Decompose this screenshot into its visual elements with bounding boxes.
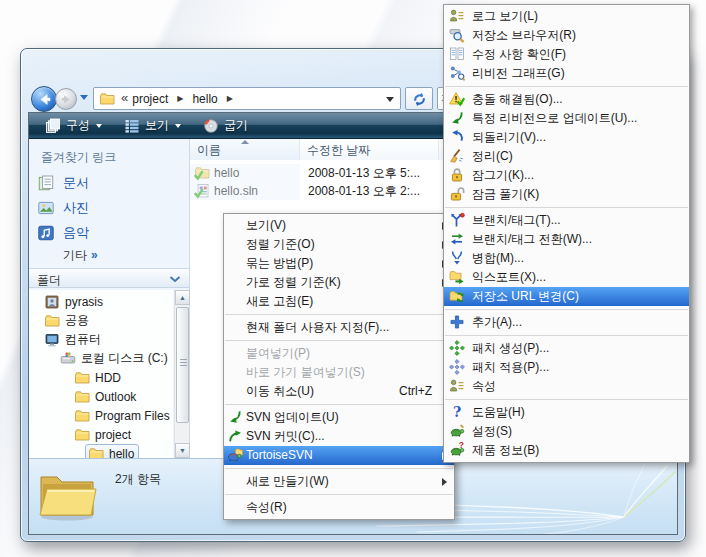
breadcrumb[interactable]: « project ▶ hello ▶ xyxy=(93,87,401,110)
menu-item-help[interactable]: ?도움말(H) xyxy=(444,403,689,422)
sorted-column-tint xyxy=(190,182,300,200)
scrollbar-up-icon[interactable]: ▲ xyxy=(175,290,190,305)
menu-item-revert[interactable]: 되돌리기(V)... xyxy=(444,128,689,147)
menu-item-svn-update[interactable]: SVN 업데이트(U) xyxy=(224,408,454,427)
menu-separator xyxy=(445,309,688,310)
menu-item-merge[interactable]: 병합(M)... xyxy=(444,249,689,268)
breadcrumb-overflow[interactable]: « xyxy=(119,90,130,107)
column-header-date[interactable]: 수정한 날짜 xyxy=(300,139,439,160)
menu-item-cleanup[interactable]: 정리(C) xyxy=(444,147,689,166)
tree-item-c[interactable]: 로컬 디스크 (C:) xyxy=(29,349,173,368)
toolbar-button-item-0[interactable]: 구성 xyxy=(39,115,108,137)
menu-item-check-mods[interactable]: 수정 사항 확인(F) xyxy=(444,45,689,64)
menu-item-e[interactable]: 새로 고침(E) xyxy=(224,292,454,311)
check-mods-icon xyxy=(449,46,465,62)
menu-item-label: 속성 xyxy=(472,379,496,393)
menu-item-label: 보기(V) xyxy=(246,218,286,232)
tree-item-item-1[interactable]: 공용 xyxy=(29,311,173,330)
tree-item-hdd[interactable]: HDD xyxy=(29,368,173,387)
menu-item-v[interactable]: 보기(V) xyxy=(224,216,454,235)
sidebar-item-0[interactable]: 문서 xyxy=(37,172,89,194)
menu-item-svn-commit[interactable]: SVN 커밋(C)... xyxy=(224,427,454,446)
merge-icon xyxy=(449,250,465,266)
menu-item-p[interactable]: 붙여넣기(P) xyxy=(224,344,454,363)
menu-item-log[interactable]: 로그 보기(L) xyxy=(444,7,689,26)
tree-item-project[interactable]: project xyxy=(29,425,173,444)
breadcrumb-segment-hello[interactable]: hello xyxy=(190,92,219,106)
context-menu: 보기(V)정렬 기준(O)묶는 방법(P)가로 정렬 기준(K)새로 고침(E)… xyxy=(223,213,455,520)
menu-item-rev-graph[interactable]: 리비전 그래프(G) xyxy=(444,64,689,83)
tree-item-label: 컴퓨터 xyxy=(65,331,101,348)
menu-item-repo-browser[interactable]: 저장소 브라우저(R) xyxy=(444,26,689,45)
tree-item-label: hello xyxy=(109,447,134,459)
menu-item-update-rev[interactable]: 특정 리비전으로 업데이트(U)... xyxy=(444,109,689,128)
scrollbar-thumb[interactable] xyxy=(176,307,189,423)
toolbar-button-label: 보기 xyxy=(145,117,169,134)
menu-item-properties[interactable]: 속성 xyxy=(444,377,689,396)
menu-item-label: 설정(S) xyxy=(472,424,512,438)
tree-item-label: Program Files xyxy=(95,409,170,423)
refresh-button[interactable] xyxy=(405,87,433,110)
menu-item-settings[interactable]: 설정(S) xyxy=(444,422,689,441)
tree-item-label: Outlook xyxy=(95,390,136,404)
menu-item-f[interactable]: 현재 폴더 사용자 지정(F)... xyxy=(224,318,454,337)
forward-button[interactable] xyxy=(55,88,77,110)
address-dropdown-icon[interactable] xyxy=(386,97,394,102)
breadcrumb-segment-project[interactable]: project xyxy=(130,92,170,106)
menu-item-branch[interactable]: 브랜치/태그(T)... xyxy=(444,211,689,230)
menu-item-export[interactable]: 익스포트(X)... xyxy=(444,268,689,287)
computer-icon xyxy=(44,332,60,348)
menu-item-o[interactable]: 정렬 기준(O) xyxy=(224,235,454,254)
menu-item-about[interactable]: ?제품 정보(B) xyxy=(444,441,689,460)
menu-item-w[interactable]: 새로 만들기(W) xyxy=(224,472,454,491)
menu-item-p[interactable]: 묶는 방법(P) xyxy=(224,254,454,273)
file-date: 2008-01-13 오후 2:... xyxy=(300,183,439,200)
menu-item-unlock[interactable]: 잠금 풀기(K) xyxy=(444,185,689,204)
menu-item-create-patch[interactable]: 패치 생성(P)... xyxy=(444,339,689,358)
nav-history-dropdown-icon[interactable] xyxy=(80,95,88,100)
menu-item-s[interactable]: 바로 가기 붙여넣기(S) xyxy=(224,363,454,382)
chevron-down-icon[interactable] xyxy=(169,274,181,284)
tree-item-hello[interactable]: hello xyxy=(29,444,173,458)
chevron-down-icon xyxy=(96,124,102,128)
menu-item-apply-patch[interactable]: 패치 적용(P)... xyxy=(444,358,689,377)
breadcrumb-separator-icon[interactable]: ▶ xyxy=(220,94,240,103)
breadcrumb-separator-icon[interactable]: ▶ xyxy=(170,94,190,103)
menu-item-u[interactable]: 이동 취소(U)Ctrl+Z xyxy=(224,382,454,401)
menu-item-label: 저장소 URL 변경(C) xyxy=(472,289,579,303)
sidebar-item-1[interactable]: 사진 xyxy=(37,197,89,219)
menu-item-label: 익스포트(X)... xyxy=(472,270,546,284)
folder-icon xyxy=(74,427,90,443)
sidebar-item-more[interactable]: 기타» xyxy=(63,247,97,264)
menu-item-resolved[interactable]: 충돌 해결됨(O)... xyxy=(444,90,689,109)
tree-item-item-2[interactable]: 컴퓨터 xyxy=(29,330,173,349)
favorite-label: 음악 xyxy=(63,224,89,242)
toolbar-button-item-1[interactable]: 보기 xyxy=(118,115,187,137)
menu-item-relocate[interactable]: 저장소 URL 변경(C) xyxy=(444,287,689,306)
favorite-label: 사진 xyxy=(63,199,89,217)
toolbar-button-item-2[interactable]: 굽기 xyxy=(197,115,254,137)
menu-separator xyxy=(225,314,453,315)
folder-icon xyxy=(74,408,90,424)
tree-scrollbar[interactable]: ▲ ▼ xyxy=(174,290,189,458)
folders-band-label: 폴더 xyxy=(37,272,61,289)
menu-item-r[interactable]: 속성(R) xyxy=(224,498,454,517)
menu-item-k[interactable]: 가로 정렬 기준(K) xyxy=(224,273,454,292)
back-button[interactable] xyxy=(31,86,57,112)
menu-item-lock[interactable]: 잠그기(K)... xyxy=(444,166,689,185)
tree-item-program-files[interactable]: Program Files xyxy=(29,406,173,425)
tree-item-pyrasis[interactable]: pyrasis xyxy=(29,292,173,311)
sidebar-item-2[interactable]: 음악 xyxy=(37,222,89,244)
menu-item-switch[interactable]: 브랜치/태그 전환(W)... xyxy=(444,230,689,249)
folders-band[interactable]: 폴더 xyxy=(29,268,189,288)
menu-separator xyxy=(225,494,453,495)
lock-icon xyxy=(449,167,465,183)
resolved-icon xyxy=(449,91,465,107)
menu-separator xyxy=(445,207,688,208)
svn-commit-icon xyxy=(227,428,243,444)
menu-item-tortoisesvn[interactable]: TortoiseSVN xyxy=(224,446,454,465)
scrollbar-down-icon[interactable]: ▼ xyxy=(175,443,190,458)
tree-item-outlook[interactable]: Outlook xyxy=(29,387,173,406)
column-header-name[interactable]: 이름 xyxy=(190,139,300,160)
menu-item-add[interactable]: 추가(A)... xyxy=(444,313,689,332)
